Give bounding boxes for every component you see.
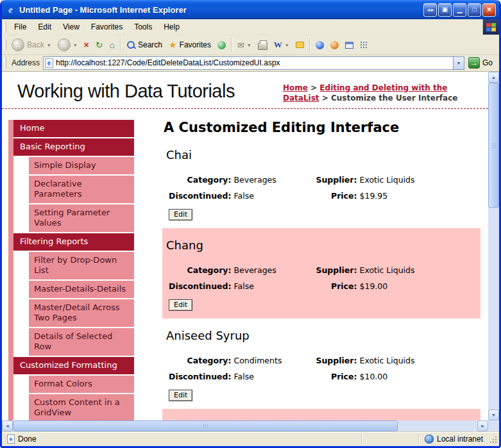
forward-button[interactable]: → ▼ bbox=[55, 37, 81, 53]
title-bar[interactable]: e Untitled Page - Microsoft Internet Exp… bbox=[2, 0, 499, 19]
browser-window: e Untitled Page - Microsoft Internet Exp… bbox=[0, 0, 501, 448]
mail-button[interactable]: ✉ ▼ bbox=[234, 38, 255, 52]
forward-icon: → bbox=[58, 38, 71, 51]
search-icon bbox=[126, 40, 135, 49]
go-label: Go bbox=[482, 58, 493, 67]
product-fields: Category:CondimentsSupplier:Exotic Liqui… bbox=[167, 353, 454, 385]
maximize-button[interactable]: □ bbox=[468, 3, 481, 17]
scroll-up-button[interactable]: ▲ bbox=[488, 72, 499, 83]
status-text: Done bbox=[18, 435, 37, 444]
restore-button[interactable]: ▣ bbox=[438, 3, 452, 17]
field-value: $19.95 bbox=[358, 188, 454, 204]
ie-logo-icon: e bbox=[5, 4, 16, 15]
nav-item-filtering-reports[interactable]: Filtering Reports bbox=[13, 233, 134, 251]
horizontal-scroll-thumb[interactable] bbox=[13, 420, 398, 431]
breadcrumb-link[interactable]: Home bbox=[283, 83, 308, 92]
product-item: Chef Anton's Cajun Seasoning bbox=[162, 409, 480, 420]
discuss-button[interactable] bbox=[293, 40, 307, 50]
addressbar-grip-handle[interactable] bbox=[4, 57, 6, 69]
horizontal-scroll-track[interactable] bbox=[398, 420, 477, 431]
windows-logo-icon bbox=[482, 19, 499, 35]
nav-item-customized-formatting[interactable]: Customized Formatting bbox=[13, 357, 134, 374]
home-icon: ⌂ bbox=[109, 40, 114, 49]
stop-button[interactable]: × bbox=[81, 38, 92, 51]
messenger-button[interactable] bbox=[312, 39, 327, 51]
product-item: Aniseed SyrupCategory:CondimentsSupplier… bbox=[162, 319, 480, 409]
product-item: ChangCategory:BeveragesSupplier:Exotic L… bbox=[162, 228, 480, 319]
search-button[interactable]: Search bbox=[123, 38, 166, 51]
nav-item-filter-by-drop-down-list[interactable]: Filter by Drop-Down List bbox=[29, 252, 134, 279]
address-label: Address bbox=[8, 58, 43, 67]
field-value: False bbox=[232, 278, 307, 294]
nav-item-master-details-details[interactable]: Master-Details-Details bbox=[29, 281, 134, 298]
media-button[interactable] bbox=[214, 39, 229, 51]
nav-item-declarative-parameters[interactable]: Declarative Parameters bbox=[29, 176, 134, 203]
nav-item-home[interactable]: Home bbox=[13, 120, 134, 137]
product-name: Aniseed Syrup bbox=[166, 329, 475, 342]
go-arrow-icon: → bbox=[468, 57, 480, 69]
research-button[interactable] bbox=[327, 39, 342, 51]
nav-item-simple-display[interactable]: Simple Display bbox=[29, 157, 134, 174]
media-icon bbox=[217, 41, 226, 49]
nav-item-format-colors[interactable]: Format Colors bbox=[29, 376, 134, 393]
field-label: Discontinued: bbox=[167, 188, 232, 204]
edit-word-button[interactable]: W ▼ bbox=[271, 38, 293, 52]
scroll-left-button[interactable]: ◄ bbox=[2, 420, 13, 431]
menu-items: FileEditViewFavoritesToolsHelp bbox=[8, 19, 482, 35]
close-button[interactable]: × bbox=[482, 3, 496, 17]
zone-label: Local intranet bbox=[437, 435, 483, 444]
field-label: Supplier: bbox=[307, 353, 358, 369]
field-label: Price: bbox=[307, 278, 358, 294]
window-tool-button[interactable] bbox=[342, 40, 357, 51]
favorites-button[interactable]: ★ Favorites bbox=[166, 38, 214, 51]
window-title: Untitled Page - Microsoft Internet Explo… bbox=[19, 5, 420, 15]
refresh-button[interactable]: ↻ bbox=[92, 38, 106, 51]
toolbar-grip-handle[interactable] bbox=[4, 39, 6, 51]
messenger-icon bbox=[316, 41, 324, 49]
pan-arrows-button[interactable]: ◄► bbox=[423, 3, 437, 17]
nav-item-details-of-selected-row[interactable]: Details of Selected Row bbox=[29, 328, 134, 356]
product-list: ChaiCategory:BeveragesSupplier:Exotic Li… bbox=[162, 138, 480, 420]
resize-grip[interactable] bbox=[488, 434, 497, 444]
nav-item-setting-parameter-values[interactable]: Setting Parameter Values bbox=[29, 204, 134, 232]
scroll-down-button[interactable]: ▼ bbox=[488, 410, 499, 420]
back-dropdown-icon: ▼ bbox=[47, 43, 51, 47]
vertical-scroll-thumb[interactable] bbox=[488, 83, 499, 208]
menu-item-edit[interactable]: Edit bbox=[32, 20, 57, 34]
stop-icon: × bbox=[84, 40, 89, 49]
edit-button[interactable]: Edit bbox=[169, 299, 192, 311]
menu-item-view[interactable]: View bbox=[57, 20, 85, 34]
field-label: Discontinued: bbox=[167, 369, 232, 385]
toolbar-separator bbox=[120, 38, 121, 52]
vertical-scroll-track[interactable] bbox=[488, 208, 499, 410]
address-input[interactable]: e http://localhost:1227/Code/EditDeleteD… bbox=[43, 56, 464, 70]
security-zone-pane: Local intranet bbox=[420, 435, 488, 444]
nav-item-basic-reporting[interactable]: Basic Reporting bbox=[13, 138, 134, 156]
print-button[interactable] bbox=[255, 38, 271, 52]
breadcrumb-current: Customize the User Interface bbox=[331, 94, 457, 103]
grid-tool-button[interactable] bbox=[357, 39, 371, 51]
scroll-right-button[interactable]: ► bbox=[477, 420, 488, 431]
field-label: Supplier: bbox=[307, 262, 358, 278]
go-button[interactable]: → Go bbox=[464, 57, 498, 69]
edit-button[interactable]: Edit bbox=[169, 390, 192, 401]
address-bar: Address e http://localhost:1227/Code/Edi… bbox=[2, 55, 499, 72]
menu-item-tools[interactable]: Tools bbox=[128, 20, 158, 34]
word-icon: W bbox=[274, 40, 282, 50]
windows-flag-icon bbox=[486, 23, 496, 31]
menu-item-help[interactable]: Help bbox=[158, 20, 185, 34]
home-button[interactable]: ⌂ bbox=[106, 38, 117, 51]
status-bar: e Done Local intranet bbox=[2, 431, 499, 446]
nav-item-custom-content-in-a-gridview[interactable]: Custom Content in a GridView bbox=[29, 394, 134, 420]
menu-item-file[interactable]: File bbox=[8, 20, 32, 34]
product-name: Chang bbox=[166, 238, 475, 252]
menubar-grip-handle[interactable] bbox=[4, 21, 6, 33]
menu-item-favorites[interactable]: Favorites bbox=[85, 20, 128, 34]
mail-icon: ✉ bbox=[237, 40, 244, 50]
minimize-button[interactable]: ▁ bbox=[453, 3, 466, 17]
address-dropdown-button[interactable]: ▼ bbox=[453, 57, 464, 69]
nav-item-master-detail-across-two-pages[interactable]: Master/Detail Across Two Pages bbox=[29, 299, 134, 327]
horizontal-scrollbar: ◄ ► bbox=[2, 420, 488, 431]
back-button[interactable]: ← Back ▼ bbox=[8, 37, 55, 53]
edit-button[interactable]: Edit bbox=[169, 209, 192, 220]
